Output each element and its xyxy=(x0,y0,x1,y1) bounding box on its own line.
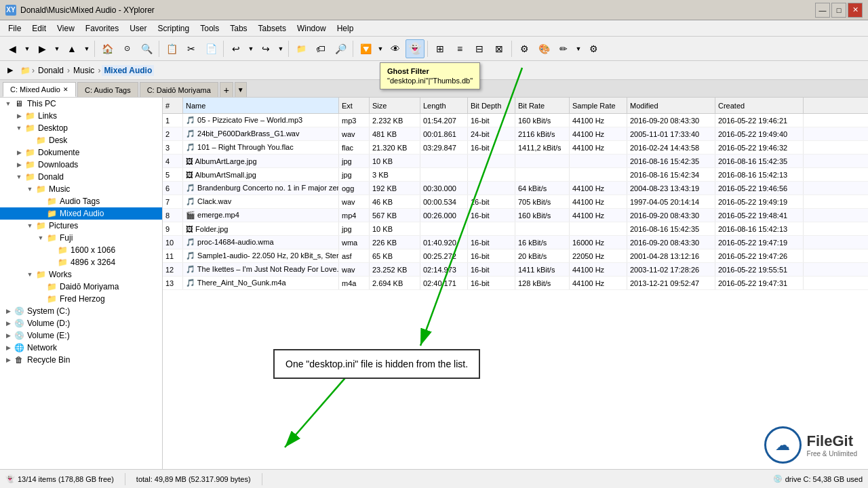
file-row-6[interactable]: 7🎵 Clack.wavwav46 KB00:00.53416-bit705 k… xyxy=(163,195,868,209)
tree-item-11[interactable]: ▼📁Fuji xyxy=(0,232,162,244)
menu-item-tabsets[interactable]: Tabsets xyxy=(253,22,292,35)
undo-button[interactable]: ↩ xyxy=(226,39,245,58)
col-header-ext[interactable]: Ext xyxy=(339,98,370,113)
tree-item-21[interactable]: ▶🗑Recycle Bin xyxy=(0,354,162,366)
tab-dropdown-button[interactable]: ▼ xyxy=(235,82,247,97)
tree-item-7[interactable]: ▼📁Music xyxy=(0,183,162,195)
close-button[interactable]: ✕ xyxy=(848,3,863,18)
breadcrumb-mixed-audio[interactable]: Mixed Audio xyxy=(102,65,154,76)
file-row-8[interactable]: 9🖼 Folder.jpgjpg10 KB2016-08-16 15:42:35… xyxy=(163,222,868,236)
forward-dropdown[interactable]: ▼ xyxy=(52,39,62,58)
tile-button[interactable]: ⊟ xyxy=(470,39,489,58)
find2-button[interactable]: 🔎 xyxy=(331,39,350,58)
tree-item-3[interactable]: 📁Desk xyxy=(0,134,162,146)
tab-close-0[interactable]: ✕ xyxy=(63,86,68,93)
script-dropdown[interactable]: ▼ xyxy=(574,39,583,58)
col-header-bit-rate[interactable]: Bit Rate xyxy=(515,98,570,113)
menu-item-edit[interactable]: Edit xyxy=(26,22,52,35)
file-row-3[interactable]: 4🖼 AlbumArtLarge.jpgjpg10 KB2016-08-16 1… xyxy=(163,155,868,168)
back-dropdown[interactable]: ▼ xyxy=(22,39,32,58)
file-row-7[interactable]: 8🎬 emerge.mp4mp4567 KB00:26.00016-bit160… xyxy=(163,209,868,222)
tree-item-14[interactable]: ▼📁Works xyxy=(0,268,162,281)
col-header-name[interactable]: Name xyxy=(183,98,339,113)
tree-item-5[interactable]: ▶📁Downloads xyxy=(0,159,162,171)
menu-item-view[interactable]: View xyxy=(52,22,80,35)
col-header-sample-rate[interactable]: Sample Rate xyxy=(570,98,627,113)
tree-item-10[interactable]: ▼📁Pictures xyxy=(0,220,162,232)
tree-item-15[interactable]: 📁Daidō Moriyama xyxy=(0,281,162,293)
col-header-bit-depth[interactable]: Bit Depth xyxy=(468,98,515,113)
menu-item-tools[interactable]: Tools xyxy=(195,22,224,35)
col-header-#[interactable]: # xyxy=(163,98,183,113)
filter-button[interactable]: 🔽 xyxy=(356,39,375,58)
tree-item-16[interactable]: 📁Fred Herzog xyxy=(0,293,162,305)
menu-item-user[interactable]: User xyxy=(124,22,152,35)
breadcrumb-donald[interactable]: Donald xyxy=(36,65,66,76)
file-list[interactable]: 1🎵 05 - Pizzicato Five – World.mp3mp32.2… xyxy=(163,114,868,469)
menu-item-help[interactable]: Help xyxy=(332,22,359,35)
filter-dropdown[interactable]: ▼ xyxy=(376,39,385,58)
redo-dropdown[interactable]: ▼ xyxy=(276,39,285,58)
file-row-9[interactable]: 10🎵 proc-14684-audio.wmawma226 KB01:40.9… xyxy=(163,236,868,249)
file-row-0[interactable]: 1🎵 05 - Pizzicato Five – World.mp3mp32.2… xyxy=(163,114,868,127)
undo-dropdown[interactable]: ▼ xyxy=(246,39,256,58)
file-row-10[interactable]: 11🎵 Sample1-audio- 22.050 Hz, 20 kBit_s,… xyxy=(163,249,868,263)
tree-item-19[interactable]: ▶💿Volume (E:) xyxy=(0,329,162,342)
file-row-4[interactable]: 5🖼 AlbumArtSmall.jpgjpg3 KB2016-08-16 15… xyxy=(163,168,868,182)
col-header-length[interactable]: Length xyxy=(420,98,468,113)
view-toggle[interactable]: 👁 xyxy=(386,39,405,58)
tab-2[interactable]: C: Daidō Moriyama xyxy=(140,82,218,97)
col-header-modified[interactable]: Modified xyxy=(627,98,715,113)
file-row-5[interactable]: 6🎵 Brandenburg Concerto no. 1 in F major… xyxy=(163,182,868,195)
rename-button[interactable]: 🏷 xyxy=(311,39,330,58)
up-dropdown[interactable]: ▼ xyxy=(82,39,92,58)
tree-item-6[interactable]: ▼📁Donald xyxy=(0,171,162,183)
tree-item-8[interactable]: 📁Audio Tags xyxy=(0,195,162,207)
tree-item-1[interactable]: ▶📁Links xyxy=(0,110,162,122)
columns-button[interactable]: ⊞ xyxy=(431,39,450,58)
tree-item-12[interactable]: 📁1600 x 1066 xyxy=(0,244,162,256)
settings-button[interactable]: ⚙ xyxy=(584,39,603,58)
home-button[interactable]: 🏠 xyxy=(98,39,117,58)
paste-button[interactable]: 📄 xyxy=(201,39,220,58)
copy-button[interactable]: 📋 xyxy=(162,39,181,58)
maximize-button[interactable]: □ xyxy=(831,3,846,18)
redo-button[interactable]: ↪ xyxy=(256,39,275,58)
tree-item-0[interactable]: ▼🖥This PC xyxy=(0,98,162,110)
tree-item-4[interactable]: ▶📁Dokumente xyxy=(0,146,162,159)
minimize-button[interactable]: — xyxy=(815,3,830,18)
color-button[interactable]: 🎨 xyxy=(534,39,553,58)
tree-item-18[interactable]: ▶💿Volume (D:) xyxy=(0,317,162,329)
script-button[interactable]: ✏ xyxy=(554,39,573,58)
find-button[interactable]: 🔍 xyxy=(137,39,156,58)
thumb-button[interactable]: ⊠ xyxy=(490,39,509,58)
col-header-size[interactable]: Size xyxy=(370,98,420,113)
new-folder-button[interactable]: 📁 xyxy=(292,39,311,58)
back-button[interactable]: ◀ xyxy=(3,39,22,58)
tab-0[interactable]: C: Mixed Audio✕ xyxy=(3,82,76,97)
menu-item-file[interactable]: File xyxy=(3,22,26,35)
file-row-1[interactable]: 2🎵 24bit_P600DarkBrass_G1.wavwav481 KB00… xyxy=(163,127,868,141)
col-header-created[interactable]: Created xyxy=(715,98,804,113)
tree-item-9[interactable]: 📁Mixed Audio xyxy=(0,207,162,220)
tree-item-20[interactable]: ▶🌐Network xyxy=(0,342,162,354)
tree-item-2[interactable]: ▼📁Desktop xyxy=(0,122,162,134)
tab-1[interactable]: C: Audio Tags xyxy=(77,82,138,97)
expand-tree-button[interactable]: ▶ xyxy=(3,63,18,78)
file-row-11[interactable]: 12🎵 The Ikettes – I'm Just Not Ready For… xyxy=(163,263,868,277)
tools-button[interactable]: ⚙ xyxy=(515,39,534,58)
tree-item-17[interactable]: ▶💿System (C:) xyxy=(0,305,162,317)
up-button[interactable]: ▲ xyxy=(62,39,81,58)
details-button[interactable]: ≡ xyxy=(450,39,469,58)
add-tab-button[interactable]: + xyxy=(220,82,233,97)
forward-button[interactable]: ▶ xyxy=(33,39,52,58)
file-row-2[interactable]: 3🎵 101 – Right Through You.flacflac21.32… xyxy=(163,141,868,155)
menu-item-favorites[interactable]: Favorites xyxy=(80,22,124,35)
ghost-filter-button[interactable]: 👻 xyxy=(406,39,425,58)
menu-item-scripting[interactable]: Scripting xyxy=(153,22,195,35)
cut-button[interactable]: ✂ xyxy=(182,39,201,58)
breadcrumb-music[interactable]: Music xyxy=(71,65,96,76)
menu-item-window[interactable]: Window xyxy=(292,22,332,35)
tree-item-13[interactable]: 📁4896 x 3264 xyxy=(0,256,162,268)
file-row-12[interactable]: 13🎵 There_Aint_No_Gunk.m4am4a2.694 KB02:… xyxy=(163,277,868,290)
